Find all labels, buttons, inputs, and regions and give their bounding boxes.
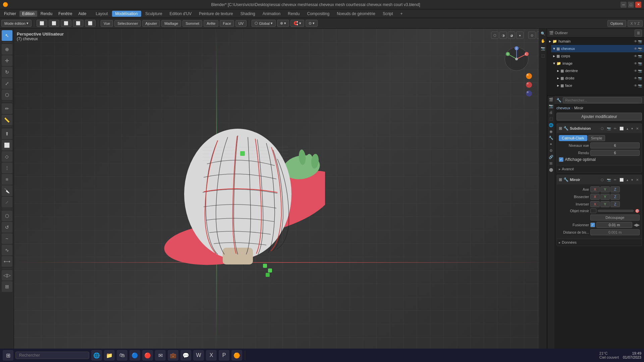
prop-physics[interactable]: ⚙ xyxy=(548,147,554,154)
outliner-item-face[interactable]: ▸ ▦ face 👁 📷 xyxy=(555,82,644,89)
spin-tool[interactable]: ↺ xyxy=(2,222,12,233)
outliner-item-droite[interactable]: ▸ ▦ droite 👁 📷 xyxy=(555,74,644,82)
vrt-render-region[interactable]: ⬚ xyxy=(540,52,546,59)
bevel-tool[interactable]: ◇ xyxy=(2,151,12,162)
humain-vis[interactable]: 👁 xyxy=(634,40,637,43)
taskbar-browser[interactable]: 🌐 xyxy=(91,350,102,361)
sub-move-up[interactable]: ▴ xyxy=(626,126,629,131)
close-button[interactable]: ✕ xyxy=(635,2,641,8)
tool-icon-1[interactable]: ⬜ xyxy=(37,20,47,27)
ws-animation[interactable]: Animation xyxy=(259,11,284,17)
levels-value[interactable]: 6 xyxy=(590,142,640,148)
mir-move-up[interactable]: ▴ xyxy=(626,178,629,182)
face-menu[interactable]: Face xyxy=(220,20,234,27)
mir-delete[interactable]: ✕ xyxy=(635,178,640,182)
tool-icon-5[interactable]: ⬜ xyxy=(85,20,96,27)
menu-rendu[interactable]: Rendu xyxy=(38,11,55,17)
vertex-menu[interactable]: Sommet xyxy=(182,20,202,27)
ws-shading[interactable]: Shading xyxy=(237,11,259,17)
randomize-tool[interactable]: ∿ xyxy=(2,245,12,255)
sub-real-time[interactable]: ⬡ xyxy=(600,126,605,131)
bc-cheveux[interactable]: cheveux xyxy=(556,106,570,110)
taskbar-search[interactable] xyxy=(15,352,89,359)
outliner-filter[interactable]: ☰ xyxy=(635,29,642,37)
prop-object[interactable]: ◉ xyxy=(548,128,554,134)
inv-z-btn[interactable]: Z xyxy=(610,201,620,207)
ws-modelisation[interactable]: Modélisation xyxy=(112,11,141,17)
cheveux-render[interactable]: 📷 xyxy=(638,47,642,51)
taskbar-store[interactable]: 🛍 xyxy=(117,350,127,361)
poly-build-tool[interactable]: ⬡ xyxy=(2,210,12,221)
taskbar-excel[interactable]: X xyxy=(206,350,217,361)
derriere-vis[interactable]: 👁 xyxy=(634,69,637,73)
knife-tool[interactable]: 🔪 xyxy=(2,185,12,196)
ws-editionuv[interactable]: Edition d'UV xyxy=(166,11,195,17)
ws-peinture[interactable]: Peinture de texture xyxy=(196,11,236,17)
sub-delete[interactable]: ✕ xyxy=(635,126,640,131)
taskbar-teams[interactable]: 💼 xyxy=(168,350,178,361)
fusionner-value[interactable]: 0.01 m xyxy=(596,222,632,228)
uv-menu[interactable]: UV xyxy=(235,20,247,27)
prop-constraint[interactable]: 🔗 xyxy=(548,154,554,160)
vrt-pan[interactable]: ✋ xyxy=(540,38,546,44)
menu-aide[interactable]: Aide xyxy=(75,11,89,17)
options-button[interactable]: Options xyxy=(607,20,626,27)
prop-view-layer[interactable]: ⬚ xyxy=(548,116,554,122)
corps-render[interactable]: 📷 xyxy=(638,54,642,58)
prop-world[interactable]: 🌐 xyxy=(548,122,554,128)
shear-tool[interactable]: ◁▷ xyxy=(2,270,12,281)
pivot-selector[interactable]: ⊕ ▾ xyxy=(277,20,289,27)
ws-add[interactable]: + xyxy=(397,11,406,17)
corps-vis[interactable]: 👁 xyxy=(634,54,637,58)
outliner-item-cheveux[interactable]: ▾ ▦ cheveux 👁 📷 xyxy=(551,45,644,52)
taskbar-mail[interactable]: ✉ xyxy=(155,350,166,361)
cheveux-vis[interactable]: 👁 xyxy=(634,47,637,51)
scale-tool[interactable]: ⤢ xyxy=(2,78,12,89)
properties-search[interactable] xyxy=(563,97,642,103)
mir-cage[interactable]: ⬜ xyxy=(619,178,625,182)
image-vis[interactable]: 👁 xyxy=(634,62,637,65)
nav-gizmo[interactable]: X Y Z xyxy=(503,46,530,72)
bis-x-btn[interactable]: X xyxy=(590,194,600,200)
ws-rendu[interactable]: Rendu xyxy=(284,11,303,17)
bis-y-btn[interactable]: Y xyxy=(600,194,610,200)
fusionner-arrow[interactable]: ◀▶ xyxy=(634,223,640,227)
inv-y-btn[interactable]: Y xyxy=(600,201,610,207)
prop-scene[interactable]: 🎬 xyxy=(548,97,554,103)
taskbar-blender[interactable]: 🟠 xyxy=(231,350,242,361)
prop-particle[interactable]: ✦ xyxy=(548,141,554,147)
mir-edit[interactable]: ✏ xyxy=(613,178,618,182)
view-menu[interactable]: Vue xyxy=(101,20,113,27)
tool-icon-2[interactable]: ⬜ xyxy=(49,20,59,27)
optimal-check[interactable]: ✓ xyxy=(559,157,564,162)
menu-fenetre[interactable]: Fenêtre xyxy=(56,11,75,17)
bis-z-btn[interactable]: Z xyxy=(610,194,620,200)
move-tool[interactable]: ✛ xyxy=(2,55,12,66)
face-vis[interactable]: 👁 xyxy=(634,84,637,87)
select-tool[interactable]: ↖ xyxy=(2,30,12,41)
menu-fichier[interactable]: Fichier xyxy=(1,11,19,17)
mir-real-time[interactable]: ⬡ xyxy=(600,178,605,182)
add-modifier-button[interactable]: Ajouter modificateur xyxy=(556,113,642,121)
prop-material[interactable]: ⬤ xyxy=(548,167,554,173)
prop-data[interactable]: ⊞ xyxy=(548,160,554,166)
axe-z-btn[interactable]: Z xyxy=(610,186,620,192)
sub-move-down[interactable]: ▾ xyxy=(630,126,634,131)
viewport-shading-material[interactable]: ◕ xyxy=(508,32,515,39)
advanced-section[interactable]: ▸ Avancé xyxy=(557,165,642,172)
taskbar-powerpoint[interactable]: P xyxy=(219,350,229,361)
mode-selector[interactable]: Mode édition ▾ xyxy=(1,20,32,27)
taskbar-edge[interactable]: 🔵 xyxy=(129,350,140,361)
ws-noeuds[interactable]: Noeuds de géométrie xyxy=(333,11,379,17)
objet-miroir-swatch[interactable] xyxy=(590,208,596,213)
ws-layout[interactable]: Layout xyxy=(92,11,111,17)
distance-value[interactable]: 0.001 m xyxy=(590,229,640,235)
taskbar-word[interactable]: W xyxy=(193,350,204,361)
menu-edition[interactable]: Edition xyxy=(19,11,37,17)
sub-cage[interactable]: ⬜ xyxy=(619,126,625,131)
maximize-button[interactable]: □ xyxy=(628,2,634,8)
proportional-edit[interactable]: ⊙ ▾ xyxy=(306,20,318,27)
vrt-zoom-in[interactable]: 🔍 xyxy=(540,30,546,37)
outliner-item-corps[interactable]: ▸ ▦ corps 👁 📷 xyxy=(551,52,644,60)
optimal-display-checkbox[interactable]: ✓ Affichage optimal xyxy=(559,157,596,162)
